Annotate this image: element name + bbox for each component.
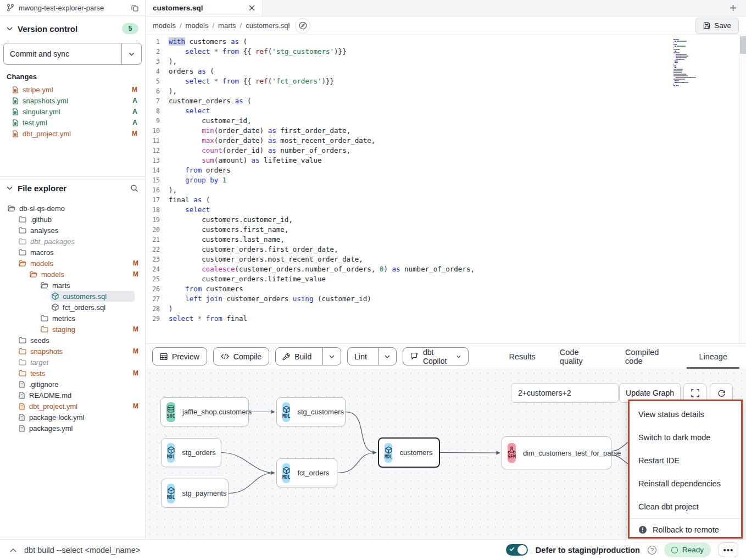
- lineage-node-stg_payments[interactable]: MDL stg_payments: [161, 479, 229, 508]
- code-line-4[interactable]: 4orders as (: [146, 66, 708, 76]
- code-line-16[interactable]: 16),: [146, 185, 708, 195]
- compile-button[interactable]: Compile: [213, 347, 269, 365]
- code-line-10[interactable]: 10 min(order_date) as first_order_date,: [146, 126, 708, 136]
- tree-file-customers.sql[interactable]: customers.sql: [0, 291, 145, 302]
- change-item-stripe.yml[interactable]: stripe.yml M: [0, 84, 145, 95]
- expand-panel-icon[interactable]: [10, 548, 16, 552]
- code-line-27[interactable]: 27 left join customer_orders using (cust…: [146, 294, 708, 304]
- code-line-25[interactable]: 25 customer_orders.lifetime_value: [146, 274, 708, 284]
- commit-and-sync-button[interactable]: Commit and sync: [4, 43, 121, 64]
- code-line-9[interactable]: 9 customer_id,: [146, 116, 708, 126]
- tree-folder-tests[interactable]: testsM: [0, 368, 145, 379]
- lineage-node-customers[interactable]: MDL customers: [378, 437, 440, 468]
- tree-folder-marts[interactable]: marts: [0, 280, 145, 291]
- build-options-button[interactable]: [322, 348, 341, 365]
- version-control-header[interactable]: Version control 5: [0, 16, 145, 37]
- dbt-copilot-button[interactable]: dbt Copilot: [403, 347, 469, 365]
- tree-folder-dbt_packages[interactable]: dbt_packages: [0, 236, 145, 247]
- lineage-search[interactable]: [511, 383, 619, 403]
- menu-item-rollback-to-remote[interactable]: Rollback to remote: [630, 518, 741, 539]
- code-line-13[interactable]: 13 sum(amount) as lifetime_value: [146, 156, 708, 165]
- code-line-12[interactable]: 12 count(order_id) as number_of_orders,: [146, 146, 708, 156]
- lineage-canvas[interactable]: SRC jaffle_shop.customersMDL stg_custome…: [146, 369, 746, 539]
- menu-item-restart-ide[interactable]: Restart IDE: [630, 449, 741, 472]
- tree-folder-macros[interactable]: macros: [0, 247, 145, 258]
- lineage-node-jaffle_shop_customers[interactable]: SRC jaffle_shop.customers: [160, 397, 249, 426]
- code-line-6[interactable]: 6),: [146, 86, 708, 96]
- lint-options-button[interactable]: [378, 348, 396, 365]
- code-line-20[interactable]: 20 customers.first_name,: [146, 225, 708, 235]
- tree-file-dbt_project.yml[interactable]: dbt_project.ymlM: [0, 401, 145, 412]
- tree-file-packages.yml[interactable]: packages.yml: [0, 423, 145, 434]
- tree-file-.gitignore[interactable]: .gitignore: [0, 379, 145, 390]
- tree-file-fct_orders.sql[interactable]: fct_orders.sql: [0, 302, 145, 313]
- explore-compass-icon[interactable]: [295, 18, 310, 34]
- change-item-snapshots.yml[interactable]: snapshots.yml A: [0, 95, 145, 106]
- lineage-search-input[interactable]: [518, 389, 611, 397]
- breadcrumb-segment[interactable]: customers.sql: [246, 21, 290, 30]
- tree-folder-db-sl-qs-demo[interactable]: db-sl-qs-demo: [0, 203, 145, 214]
- code-line-24[interactable]: 24 coalesce(customer_orders.number_of_or…: [146, 264, 708, 274]
- lineage-node-dim_customers_test_for_parse[interactable]: SEM dim_customers_test_for_parse: [502, 436, 611, 469]
- lineage-node-stg_orders[interactable]: MDL stg_orders: [161, 438, 221, 467]
- lint-button[interactable]: Lint: [348, 348, 374, 365]
- change-item-dbt_project.yml[interactable]: dbt_project.yml M: [0, 128, 145, 139]
- command-input[interactable]: [24, 546, 498, 555]
- code-line-19[interactable]: 19 customers.customer_id,: [146, 215, 708, 225]
- file-explorer-header[interactable]: File explorer: [0, 177, 145, 195]
- editor-scrollbar[interactable]: [739, 35, 746, 343]
- tree-folder-metrics[interactable]: metrics: [0, 313, 145, 324]
- code-line-21[interactable]: 21 customers.last_name,: [146, 235, 708, 245]
- preview-button[interactable]: Preview: [152, 347, 207, 365]
- copy-icon[interactable]: [131, 4, 138, 12]
- code-editor[interactable]: 1with customers as (2 select * from {{ r…: [146, 35, 746, 343]
- code-line-8[interactable]: 8 select: [146, 106, 708, 116]
- defer-toggle[interactable]: [506, 544, 528, 556]
- tree-folder-seeds[interactable]: seeds: [0, 335, 145, 346]
- panel-tab-code-quality[interactable]: Code quality: [548, 344, 613, 369]
- commit-options-button[interactable]: [121, 43, 141, 64]
- code-line-15[interactable]: 15 group by 1: [146, 175, 708, 185]
- change-item-singular.yml[interactable]: singular.yml A: [0, 106, 145, 117]
- search-icon[interactable]: [130, 184, 138, 192]
- code-line-18[interactable]: 18 select: [146, 205, 708, 215]
- menu-item-clean-dbt-project[interactable]: Clean dbt project: [630, 495, 741, 518]
- code-line-17[interactable]: 17final as (: [146, 195, 708, 205]
- menu-item-switch-to-dark-mode[interactable]: Switch to dark mode: [630, 426, 741, 449]
- tree-file-package-lock.yml[interactable]: package-lock.yml: [0, 412, 145, 423]
- menu-item-view-status-details[interactable]: View status details: [630, 403, 741, 426]
- code-line-22[interactable]: 22 customer_orders.first_order_date,: [146, 245, 708, 254]
- code-line-11[interactable]: 11 max(order_date) as most_recent_order_…: [146, 136, 708, 146]
- tree-folder-models[interactable]: modelsM: [0, 269, 145, 280]
- help-icon[interactable]: ?: [648, 546, 656, 555]
- tree-folder-models[interactable]: modelsM: [0, 258, 145, 269]
- build-button[interactable]: Build: [276, 348, 318, 365]
- tree-folder-target[interactable]: target: [0, 357, 145, 368]
- tree-folder-.github[interactable]: .github: [0, 214, 145, 225]
- tree-file-README.md[interactable]: README.md: [0, 390, 145, 401]
- new-tab-button[interactable]: [720, 0, 746, 16]
- code-line-5[interactable]: 5 select * from {{ ref('fct_orders')}}: [146, 76, 708, 86]
- menu-item-reinstall-dependencies[interactable]: Reinstall dependencies: [630, 472, 741, 495]
- code-line-29[interactable]: 29select * from final: [146, 314, 708, 324]
- project-row[interactable]: mwong-test-explorer-parse: [0, 0, 145, 16]
- more-options-button[interactable]: •••: [719, 542, 738, 557]
- breadcrumb-segment[interactable]: models: [186, 21, 209, 30]
- tree-folder-staging[interactable]: stagingM: [0, 324, 145, 335]
- tree-folder-analyses[interactable]: analyses: [0, 225, 145, 236]
- breadcrumb-segment[interactable]: marts: [218, 21, 236, 30]
- code-line-26[interactable]: 26 from customers: [146, 284, 708, 294]
- code-line-2[interactable]: 2 select * from {{ ref('stg_customers')}…: [146, 47, 708, 57]
- minimap[interactable]: [673, 39, 731, 87]
- code-line-7[interactable]: 7customer_orders as (: [146, 96, 708, 106]
- tab-customers-sql[interactable]: customers.sql: [146, 0, 263, 16]
- panel-tab-compiled-code[interactable]: Compiled code: [613, 344, 687, 369]
- code-line-23[interactable]: 23 customer_orders.most_recent_order_dat…: [146, 254, 708, 264]
- tree-folder-snapshots[interactable]: snapshotsM: [0, 346, 145, 357]
- close-icon[interactable]: [249, 5, 255, 11]
- scrollbar-thumb[interactable]: [740, 36, 746, 54]
- panel-tab-lineage[interactable]: Lineage: [687, 344, 739, 369]
- change-item-test.yml[interactable]: test.yml A: [0, 117, 145, 128]
- code-line-28[interactable]: 28): [146, 304, 708, 314]
- save-button[interactable]: Save: [695, 18, 739, 34]
